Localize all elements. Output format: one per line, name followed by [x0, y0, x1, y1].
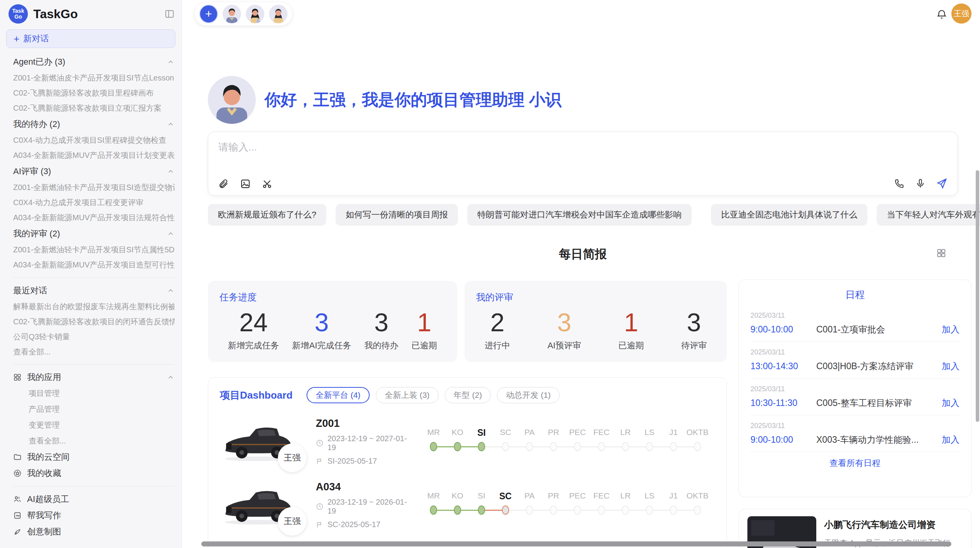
suggestion-chip[interactable]: 特朗普可能对进口汽车增税会对中国车企造成哪些影响 — [467, 204, 692, 226]
schedule-time: 9:00-10:00 — [750, 324, 816, 335]
sidebar-item[interactable]: C02-飞腾新能源轻客改款项目里程碑画布 — [13, 86, 175, 101]
apps-view-all[interactable]: 查看全部... — [13, 433, 175, 449]
composer — [208, 132, 958, 196]
my-apps[interactable]: 我的应用 — [13, 369, 175, 385]
section-recent-chats[interactable]: 最近对话 — [13, 282, 175, 299]
send-icon[interactable] — [936, 178, 947, 189]
schedule-name: C005-整车工程目标评审 — [816, 397, 936, 409]
schedule-date: 2025/03/11 — [750, 385, 959, 393]
sidebar-item[interactable]: C0X4-动力总成开发项目SI里程碑提交物检查 — [13, 133, 175, 148]
recent-chat-item[interactable]: 解释最新出台的欧盟报废车法规再生塑料比例被调至15%... — [13, 299, 175, 314]
chat-avatars-pill: + — [195, 2, 292, 26]
horizontal-scrollbar[interactable] — [201, 541, 951, 546]
collapse-sidebar-icon[interactable] — [164, 9, 175, 19]
my-favorites[interactable]: 我的收藏 — [13, 465, 175, 481]
sidebar-item[interactable]: Z001-全新燃油轻卡产品开发项目SI造型提交物评审 — [13, 180, 175, 195]
app-item-product-mgmt[interactable]: 产品管理 — [13, 401, 175, 417]
sidebar-header: Task Go TaskGo — [0, 0, 182, 28]
sidebar-item[interactable]: C0X4-动力总成开发项目工程变更评审 — [13, 195, 175, 210]
app-item-project-mgmt[interactable]: 项目管理 — [13, 385, 175, 401]
agent-avatar-1[interactable] — [223, 5, 241, 23]
attachment-icon[interactable] — [218, 178, 229, 189]
join-link[interactable]: 加入 — [942, 360, 959, 372]
join-link[interactable]: 加入 — [942, 434, 959, 446]
section-title: 我的待办 (2) — [13, 118, 60, 130]
app-item-change-mgmt[interactable]: 变更管理 — [13, 417, 175, 433]
daily-briefing-title: 每日简报 — [208, 246, 958, 262]
clock-icon — [316, 439, 324, 447]
vertical-scrollbar[interactable] — [976, 170, 979, 422]
scissors-icon[interactable] — [262, 178, 272, 189]
flag-icon — [316, 457, 324, 465]
stat-overdue: 1 已逾期 — [618, 306, 644, 351]
sidebar-item[interactable]: C02-飞腾新能源轻客改款项目立项汇报方案 — [13, 101, 175, 116]
suggestion-chip[interactable]: 当下年轻人对汽车外观有怎样的喜好趋势 — [877, 204, 980, 226]
tool-ai-super-staff[interactable]: AI超级员工 — [13, 491, 175, 507]
sidebar-item[interactable]: A034-全新新能源MUV产品开发项目计划变更表编写 — [13, 148, 175, 163]
schedule-date: 2025/03/11 — [750, 348, 959, 356]
join-link[interactable]: 加入 — [942, 324, 959, 336]
agent-avatar-3[interactable] — [269, 5, 288, 23]
filter-powertrain[interactable]: 动总开发 (1) — [497, 387, 560, 403]
tool-help-me-write[interactable]: 帮我写作 — [13, 507, 175, 524]
project-row[interactable]: 王强 A034 2023-12-19 ~ 2026-01-19 SC-2025-… — [220, 480, 715, 530]
section-my-review[interactable]: 我的评审 (2) — [13, 225, 175, 242]
section-my-todo[interactable]: 我的待办 (2) — [13, 116, 175, 133]
app-title: TaskGo — [33, 7, 164, 21]
new-chat-label: 新对话 — [23, 33, 49, 45]
apps-grid-icon — [13, 373, 22, 382]
image-icon[interactable] — [240, 178, 251, 189]
sidebar-item[interactable]: A034-全新新能源MUV产品开发项目法规符合性评审 — [13, 210, 175, 225]
filter-model-year[interactable]: 年型 (2) — [445, 387, 491, 403]
suggestion-chip[interactable]: 如何写一份清晰的项目周报 — [336, 204, 458, 226]
suggestion-chip[interactable]: 欧洲新规最近颁布了什么? — [208, 204, 326, 226]
join-link[interactable]: 加入 — [942, 397, 959, 409]
phone-icon[interactable] — [894, 178, 905, 189]
sidebar-item[interactable]: Z001-全新燃油皮卡产品开发项目SI节点Lesson Learn报告 — [13, 70, 175, 86]
project-dates: 2023-12-19 ~ 2026-01-19 — [327, 498, 413, 515]
section-agent-done[interactable]: Agent已办 (3) — [13, 53, 175, 70]
view-all-schedule-link[interactable]: 查看所有日程 — [750, 457, 959, 469]
my-cloud-space[interactable]: 我的云空间 — [13, 449, 175, 465]
recent-chat-item[interactable]: 公司Q3轻卡销量 — [13, 329, 175, 344]
project-owner-badge: 王强 — [278, 507, 307, 536]
add-agent-button[interactable]: + — [199, 5, 218, 23]
schedule-item: 2025/03/11 10:30-11:30 C005-整车工程目标评审 加入 — [750, 378, 959, 415]
agent-avatar-2[interactable] — [246, 5, 264, 23]
section-ai-review[interactable]: AI评审 (3) — [13, 163, 175, 180]
layout-grid-icon[interactable] — [936, 248, 947, 259]
schedule-item: 2025/03/11 9:00-10:00 X003-车辆动力学性能验... 加… — [750, 415, 959, 452]
project-current-milestone-date: SC-2025-05-17 — [327, 520, 380, 529]
project-owner-badge: 王强 — [278, 444, 307, 472]
composer-left-tools — [218, 178, 272, 189]
chevron-up-icon — [167, 230, 175, 238]
user-avatar[interactable]: 王强 — [951, 3, 971, 24]
card-title: 任务进度 — [219, 291, 445, 303]
suggestion-chips: 欧洲新规最近颁布了什么? 如何写一份清晰的项目周报 特朗普可能对进口汽车增税会对… — [208, 204, 958, 226]
tool-label: 帮我写作 — [27, 510, 61, 521]
chat-input[interactable] — [218, 141, 947, 153]
recent-chats-view-all[interactable]: 查看全部... — [13, 344, 175, 360]
recent-chat-item[interactable]: C02-飞腾新能源轻客改款项目的闭环通告反馈情况 — [13, 314, 175, 329]
tool-creative-drawing[interactable]: 创意制图 — [13, 524, 175, 540]
assistant-avatar — [208, 76, 256, 124]
notifications-bell-icon[interactable] — [936, 9, 947, 20]
section-title: AI评审 (3) — [13, 166, 51, 177]
sidebar: Task Go TaskGo + 新对话 Agent已办 (3) Z001- — [0, 0, 182, 548]
sidebar-item[interactable]: A034-全新新能源MUV产品开发项目造型可行性评审 — [13, 257, 175, 272]
suggestion-chip[interactable]: 比亚迪全固态电池计划具体说了什么 — [711, 204, 867, 226]
sidebar-item[interactable]: Z001-全新燃油轻卡产品开发项目SI节点属性5D文件评审 — [13, 242, 175, 257]
new-chat-button[interactable]: + 新对话 — [6, 29, 175, 48]
project-row[interactable]: 王强 Z001 2023-12-19 ~ 2027-01-19 SI-2025-… — [220, 416, 715, 467]
schedule-date: 2025/03/11 — [750, 312, 959, 320]
schedule-name: X003-车辆动力学性能验... — [816, 434, 936, 446]
stat-new-ai-done: 3 新增AI完成任务 — [292, 306, 351, 351]
stat-my-todo: 3 我的待办 — [364, 306, 398, 351]
microphone-icon[interactable] — [915, 178, 926, 189]
stat-in-progress: 2 进行中 — [485, 306, 510, 351]
schedule-time: 10:30-11:30 — [750, 398, 816, 408]
filter-new-body[interactable]: 全新上装 (3) — [376, 387, 439, 403]
filter-new-platform[interactable]: 全新平台 (4) — [307, 387, 370, 403]
chevron-up-icon — [167, 120, 175, 128]
schedule-time: 13:00-14:30 — [750, 361, 816, 372]
